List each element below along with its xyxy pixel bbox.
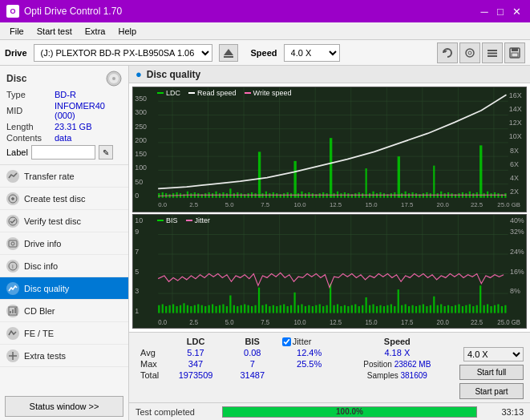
speed-select-stats[interactable]: 4.0 X bbox=[463, 347, 524, 361]
svg-rect-121 bbox=[330, 138, 332, 198]
svg-rect-214 bbox=[180, 305, 181, 313]
jitter-checkbox[interactable] bbox=[282, 337, 291, 346]
top-chart-svg: 0 50 100 150 200 250 300 350 2X 4X 6X 8X… bbox=[133, 87, 526, 212]
svg-rect-93 bbox=[229, 188, 231, 197]
close-button[interactable]: ✕ bbox=[509, 4, 524, 18]
sidebar-item-create-test-disc[interactable]: Create test disc bbox=[0, 188, 128, 210]
svg-rect-138 bbox=[390, 193, 392, 198]
bottom-chart-legend: BIS Jitter bbox=[157, 216, 210, 224]
svg-text:10.0: 10.0 bbox=[293, 319, 306, 326]
refresh-icon[interactable] bbox=[437, 42, 458, 63]
sidebar-item-disc-quality[interactable]: Disc quality bbox=[0, 277, 128, 300]
settings-icon[interactable] bbox=[482, 42, 503, 63]
create-test-disc-label: Create test disc bbox=[24, 194, 85, 204]
start-part-button[interactable]: Start part bbox=[459, 383, 524, 399]
svg-point-19 bbox=[11, 242, 14, 245]
svg-rect-106 bbox=[276, 193, 277, 198]
menu-extra[interactable]: Extra bbox=[79, 25, 112, 38]
stats-table-container: LDC BIS Jitter Speed bbox=[136, 336, 453, 399]
svg-rect-265 bbox=[362, 305, 363, 313]
svg-rect-251 bbox=[312, 306, 314, 313]
table-row-total: Total 1973509 31487 Samples 381609 bbox=[136, 370, 453, 381]
svg-text:17.5: 17.5 bbox=[401, 319, 414, 326]
maximize-button[interactable]: □ bbox=[493, 4, 508, 18]
right-controls: 4.0 X Start full Start part bbox=[459, 336, 524, 399]
svg-text:5: 5 bbox=[135, 267, 139, 275]
svg-rect-300 bbox=[487, 305, 488, 313]
disc-icon[interactable] bbox=[459, 42, 480, 63]
speed-select[interactable]: 4.0 X bbox=[284, 44, 340, 62]
label-input[interactable] bbox=[31, 145, 95, 160]
svg-rect-168 bbox=[497, 193, 499, 198]
drive-info-label: Drive info bbox=[24, 239, 61, 248]
svg-rect-225 bbox=[219, 305, 220, 313]
svg-rect-120 bbox=[326, 193, 328, 198]
create-test-disc-icon bbox=[6, 192, 19, 205]
svg-rect-7 bbox=[488, 55, 497, 57]
sidebar-item-transfer-rate[interactable]: Transfer rate bbox=[0, 165, 128, 188]
svg-rect-284 bbox=[430, 305, 431, 313]
svg-rect-161 bbox=[472, 193, 474, 198]
svg-rect-245 bbox=[290, 305, 292, 313]
mid-value: INFOMER40 (000) bbox=[55, 101, 122, 120]
progress-bar-inner: 100.0% bbox=[223, 407, 476, 417]
svg-rect-108 bbox=[283, 193, 285, 198]
menu-file[interactable]: File bbox=[3, 25, 30, 38]
disc-image-icon bbox=[106, 71, 122, 87]
menu-start-test[interactable]: Start test bbox=[30, 25, 79, 38]
svg-marker-0 bbox=[224, 49, 233, 55]
minimize-button[interactable]: ─ bbox=[477, 4, 492, 18]
svg-rect-149 bbox=[430, 193, 431, 198]
drive-select[interactable]: (J:) PLEXTOR BD-R PX-LB950SA 1.06 bbox=[34, 44, 212, 62]
svg-rect-280 bbox=[415, 306, 417, 313]
svg-rect-293 bbox=[462, 306, 463, 313]
svg-rect-215 bbox=[183, 303, 184, 313]
svg-rect-262 bbox=[351, 305, 353, 313]
svg-rect-218 bbox=[194, 305, 196, 313]
type-value: BD-R bbox=[55, 90, 76, 99]
svg-rect-236 bbox=[258, 288, 260, 313]
eject-button[interactable] bbox=[219, 44, 238, 62]
svg-rect-216 bbox=[187, 305, 188, 313]
svg-text:6X: 6X bbox=[510, 160, 519, 168]
label-edit-button[interactable]: ✎ bbox=[99, 145, 113, 160]
menu-help[interactable]: Help bbox=[111, 25, 143, 38]
window-controls: ─ □ ✕ bbox=[477, 4, 524, 18]
svg-text:350: 350 bbox=[135, 95, 147, 103]
sidebar-item-verify-test-disc[interactable]: Verify test disc bbox=[0, 210, 128, 232]
svg-rect-261 bbox=[347, 306, 349, 313]
svg-rect-226 bbox=[222, 305, 224, 313]
svg-rect-241 bbox=[276, 306, 277, 313]
svg-rect-159 bbox=[465, 193, 467, 198]
sidebar-item-drive-info[interactable]: Drive info bbox=[0, 232, 128, 255]
svg-rect-153 bbox=[444, 193, 446, 198]
svg-rect-111 bbox=[293, 161, 296, 198]
svg-text:22.5: 22.5 bbox=[471, 201, 483, 208]
status-window-button[interactable]: Status window >> bbox=[5, 396, 123, 417]
svg-text:50: 50 bbox=[135, 177, 143, 185]
svg-rect-246 bbox=[293, 293, 295, 313]
sidebar-item-cd-bler[interactable]: CD Bler bbox=[0, 300, 128, 322]
svg-rect-136 bbox=[383, 193, 385, 198]
stats-table: LDC BIS Jitter Speed bbox=[136, 336, 453, 381]
svg-text:15.0: 15.0 bbox=[366, 319, 378, 326]
svg-rect-232 bbox=[244, 305, 245, 313]
svg-rect-134 bbox=[376, 193, 378, 198]
sidebar-item-extra-tests[interactable]: Extra tests bbox=[0, 345, 128, 367]
svg-rect-303 bbox=[497, 305, 499, 313]
save-icon[interactable] bbox=[504, 42, 525, 63]
sidebar-item-fe-te[interactable]: FE / TE bbox=[0, 322, 128, 345]
svg-text:25.0 GB: 25.0 GB bbox=[497, 319, 520, 326]
svg-rect-220 bbox=[201, 305, 203, 313]
svg-rect-255 bbox=[326, 305, 328, 313]
svg-rect-274 bbox=[394, 306, 395, 313]
svg-text:8%: 8% bbox=[510, 287, 520, 295]
svg-rect-291 bbox=[455, 305, 456, 313]
svg-text:20.0: 20.0 bbox=[437, 319, 450, 326]
disc-quality-icon bbox=[6, 282, 19, 295]
svg-text:200: 200 bbox=[135, 136, 147, 144]
length-label: Length bbox=[6, 122, 55, 131]
start-full-button[interactable]: Start full bbox=[459, 365, 524, 381]
fe-te-icon bbox=[6, 327, 19, 340]
sidebar-item-disc-info[interactable]: i Disc info bbox=[0, 255, 128, 277]
